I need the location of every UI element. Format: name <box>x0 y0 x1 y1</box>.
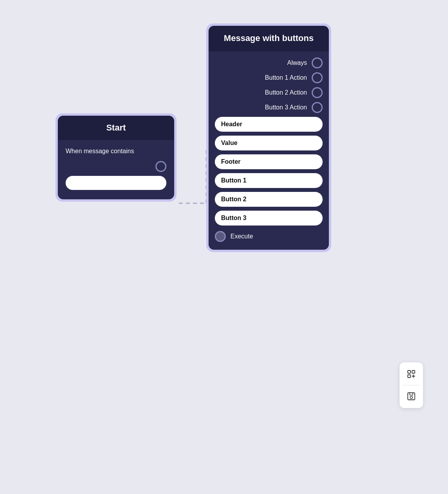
button1-pill[interactable]: Button 1 <box>215 173 323 188</box>
button2-action-connector[interactable] <box>312 87 323 98</box>
svg-point-7 <box>410 396 412 399</box>
msg-node-header: Message with buttons <box>209 26 329 51</box>
button3-action-row: Button 3 Action <box>215 102 323 113</box>
button1-action-connector[interactable] <box>312 72 323 83</box>
add-node-button[interactable] <box>403 365 420 383</box>
msg-node-title: Message with buttons <box>224 33 314 43</box>
always-connector[interactable] <box>312 57 323 68</box>
start-node-label: When message contains <box>66 148 166 155</box>
always-label: Always <box>287 59 307 66</box>
execute-label: Execute <box>230 233 253 240</box>
value-pill[interactable]: Value <box>215 136 323 150</box>
start-node-header: Start <box>58 116 174 140</box>
button3-pill[interactable]: Button 3 <box>215 211 323 226</box>
execute-row: Execute <box>215 229 323 242</box>
button3-action-label: Button 3 Action <box>265 104 307 111</box>
start-node-input[interactable] <box>66 176 166 190</box>
svg-rect-2 <box>408 375 411 378</box>
button1-action-row: Button 1 Action <box>215 72 323 83</box>
svg-rect-1 <box>412 370 415 373</box>
button2-action-label: Button 2 Action <box>265 89 307 96</box>
footer-pill[interactable]: Footer <box>215 154 323 169</box>
svg-rect-6 <box>410 393 413 395</box>
button2-pill[interactable]: Button 2 <box>215 192 323 207</box>
start-node-output-connector[interactable] <box>155 161 166 172</box>
button2-action-row: Button 2 Action <box>215 87 323 98</box>
execute-connector[interactable] <box>215 231 226 242</box>
add-node-icon <box>407 369 416 379</box>
save-button[interactable] <box>403 388 420 405</box>
save-icon <box>407 392 416 401</box>
svg-rect-0 <box>408 370 411 373</box>
header-pill[interactable]: Header <box>215 117 323 132</box>
canvas: Start When message contains Message with… <box>0 0 448 494</box>
toolbar-divider <box>403 385 420 385</box>
always-row: Always <box>215 57 323 68</box>
button3-action-connector[interactable] <box>312 102 323 113</box>
start-node-body: When message contains <box>58 140 174 199</box>
msg-node: Message with buttons Always Button 1 Act… <box>206 23 331 252</box>
msg-node-body: Always Button 1 Action Button 2 Action B… <box>209 51 329 250</box>
start-node-title: Start <box>106 123 126 132</box>
toolbar <box>400 362 423 408</box>
button1-action-label: Button 1 Action <box>265 74 307 81</box>
start-node: Start When message contains <box>55 113 177 202</box>
